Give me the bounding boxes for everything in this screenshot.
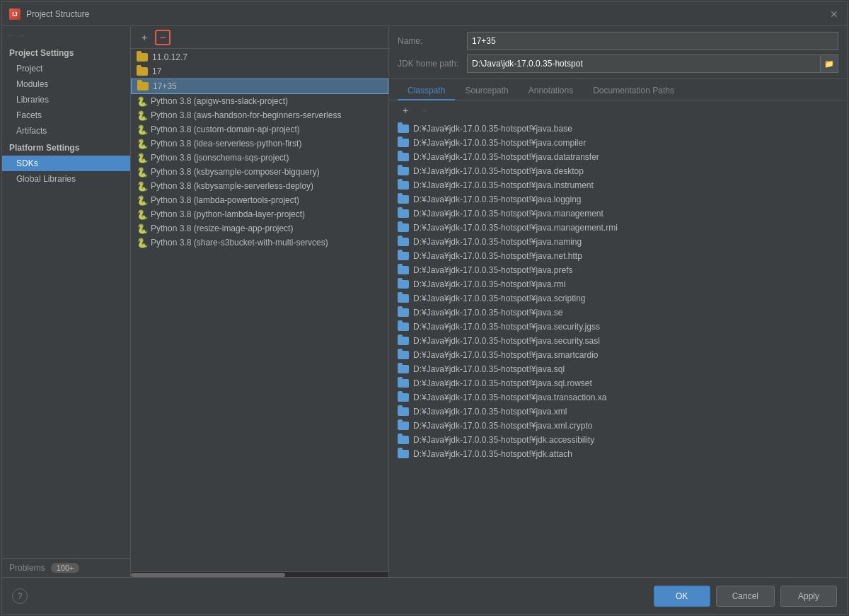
classpath-item-java-desktop[interactable]: D:¥Java¥jdk-17.0.0.35-hotspot!¥java.desk… — [389, 164, 847, 178]
name-input[interactable] — [467, 32, 838, 50]
sdk-item-python-ksby2[interactable]: 🐍 Python 3.8 (ksbysample-serverless-depl… — [131, 179, 388, 193]
title-bar: IJ Project Structure ✕ — [2, 2, 847, 26]
python-icon: 🐍 — [137, 238, 146, 248]
python-icon: 🐍 — [137, 139, 146, 149]
sidebar-item-global-libraries[interactable]: Global Libraries — [2, 171, 130, 187]
classpath-text: D:¥Java¥jdk-17.0.0.35-hotspot!¥java.pref… — [413, 265, 572, 275]
classpath-folder-icon — [398, 351, 409, 359]
classpath-item-java-transaction-xa[interactable]: D:¥Java¥jdk-17.0.0.35-hotspot!¥java.tran… — [389, 390, 847, 405]
classpath-item-java-smartcardio[interactable]: D:¥Java¥jdk-17.0.0.35-hotspot!¥java.smar… — [389, 348, 847, 362]
classpath-item-java-naming[interactable]: D:¥Java¥jdk-17.0.0.35-hotspot!¥java.nami… — [389, 235, 847, 249]
sdk-item-11[interactable]: 11.0.12.7 — [131, 50, 388, 64]
ok-button[interactable]: OK — [654, 586, 710, 607]
classpath-list: D:¥Java¥jdk-17.0.0.35-hotspot!¥java.base… — [389, 120, 847, 577]
apply-button[interactable]: Apply — [780, 586, 837, 607]
sdk-label: Python 3.8 (ksbysample-serverless-deploy… — [151, 181, 313, 191]
sdk-label: Python 3.8 (aws-handson-for-beginners-se… — [151, 110, 341, 120]
browse-button[interactable]: 📁 — [820, 54, 838, 73]
classpath-folder-icon — [398, 322, 409, 331]
classpath-item-java-xml[interactable]: D:¥Java¥jdk-17.0.0.35-hotspot!¥java.xml — [389, 405, 847, 419]
classpath-folder-icon — [398, 308, 409, 317]
classpath-text: D:¥Java¥jdk-17.0.0.35-hotspot!¥java.scri… — [413, 294, 585, 303]
classpath-item-java-management-rmi[interactable]: D:¥Java¥jdk-17.0.0.35-hotspot!¥java.mana… — [389, 221, 847, 235]
classpath-item-java-rmi[interactable]: D:¥Java¥jdk-17.0.0.35-hotspot!¥java.rmi — [389, 277, 847, 291]
sidebar-item-project[interactable]: Project — [2, 61, 130, 76]
sdk-item-python-aws[interactable]: 🐍 Python 3.8 (aws-handson-for-beginners-… — [131, 108, 388, 122]
folder-icon — [137, 82, 149, 91]
folder-icon — [137, 53, 148, 62]
sdk-item-17-35[interactable]: 17+35 — [131, 79, 388, 94]
sdk-item-python-idea[interactable]: 🐍 Python 3.8 (idea-serverless-python-fir… — [131, 136, 388, 151]
tab-classpath[interactable]: Classpath — [398, 82, 455, 100]
sdk-item-python-pyl[interactable]: 🐍 Python 3.8 (python-lambda-layer-projec… — [131, 207, 388, 221]
classpath-item-java-sql[interactable]: D:¥Java¥jdk-17.0.0.35-hotspot!¥java.sql — [389, 362, 847, 376]
add-classpath-button[interactable]: + — [398, 103, 413, 118]
sdk-item-python-json[interactable]: 🐍 Python 3.8 (jsonschema-sqs-project) — [131, 151, 388, 165]
forward-button[interactable]: → — [17, 30, 26, 40]
sdk-item-python-apigw[interactable]: 🐍 Python 3.8 (apigw-sns-slack-project) — [131, 94, 388, 108]
center-toolbar: + − — [131, 26, 388, 49]
classpath-item-java-base[interactable]: D:¥Java¥jdk-17.0.0.35-hotspot!¥java.base — [389, 122, 847, 136]
classpath-item-jdk-attach[interactable]: D:¥Java¥jdk-17.0.0.35-hotspot!¥jdk.attac… — [389, 447, 847, 461]
cancel-button[interactable]: Cancel — [716, 586, 775, 607]
classpath-text: D:¥Java¥jdk-17.0.0.35-hotspot!¥java.xml.… — [413, 421, 592, 431]
sidebar: ← → Project Settings Project Modules Lib… — [2, 26, 131, 577]
classpath-text: D:¥Java¥jdk-17.0.0.35-hotspot!¥java.net.… — [413, 251, 582, 261]
sdk-item-python-resize[interactable]: 🐍 Python 3.8 (resize-image-app-project) — [131, 221, 388, 236]
back-button[interactable]: ← — [6, 30, 16, 40]
classpath-item-java-instrument[interactable]: D:¥Java¥jdk-17.0.0.35-hotspot!¥java.inst… — [389, 178, 847, 192]
classpath-item-jdk-accessibility[interactable]: D:¥Java¥jdk-17.0.0.35-hotspot!¥jdk.acces… — [389, 433, 847, 447]
sdk-label: Python 3.8 (resize-image-app-project) — [151, 223, 293, 233]
classpath-item-java-scripting[interactable]: D:¥Java¥jdk-17.0.0.35-hotspot!¥java.scri… — [389, 291, 847, 306]
sdk-label: Python 3.8 (python-lambda-layer-project) — [151, 209, 305, 219]
sdk-item-python-custom[interactable]: 🐍 Python 3.8 (custom-domain-api-project) — [131, 122, 388, 136]
classpath-text: D:¥Java¥jdk-17.0.0.35-hotspot!¥java.inst… — [413, 180, 594, 190]
python-icon: 🐍 — [137, 124, 146, 134]
classpath-text: D:¥Java¥jdk-17.0.0.35-hotspot!¥java.base — [413, 124, 572, 134]
classpath-folder-icon — [398, 209, 409, 218]
close-button[interactable]: ✕ — [828, 8, 840, 20]
tab-documentation-paths[interactable]: Documentation Paths — [583, 82, 684, 100]
remove-sdk-button[interactable]: − — [155, 30, 171, 45]
classpath-item-java-security-jgss[interactable]: D:¥Java¥jdk-17.0.0.35-hotspot!¥java.secu… — [389, 320, 847, 334]
sdk-item-python-ksby[interactable]: 🐍 Python 3.8 (ksbysample-composer-bigque… — [131, 165, 388, 179]
help-button[interactable]: ? — [12, 588, 28, 604]
python-icon: 🐍 — [137, 167, 146, 177]
jdk-path-input[interactable] — [467, 54, 820, 73]
sidebar-item-facets[interactable]: Facets — [2, 107, 130, 123]
sdk-label: 11.0.12.7 — [152, 52, 187, 62]
classpath-item-java-xml-crypto[interactable]: D:¥Java¥jdk-17.0.0.35-hotspot!¥java.xml.… — [389, 419, 847, 433]
classpath-text: D:¥Java¥jdk-17.0.0.35-hotspot!¥java.desk… — [413, 166, 584, 176]
tab-sourcepath[interactable]: Sourcepath — [455, 82, 518, 100]
horizontal-scrollbar[interactable] — [131, 571, 388, 577]
jdk-path-field-group: 📁 — [467, 54, 838, 73]
classpath-item-java-sql-rowset[interactable]: D:¥Java¥jdk-17.0.0.35-hotspot!¥java.sql.… — [389, 376, 847, 390]
sidebar-item-artifacts[interactable]: Artifacts — [2, 123, 130, 139]
classpath-item-java-management[interactable]: D:¥Java¥jdk-17.0.0.35-hotspot!¥java.mana… — [389, 207, 847, 221]
classpath-item-java-security-sasl[interactable]: D:¥Java¥jdk-17.0.0.35-hotspot!¥java.secu… — [389, 334, 847, 348]
sdk-item-python-share[interactable]: 🐍 Python 3.8 (share-s3bucket-with-multi-… — [131, 236, 388, 250]
remove-classpath-button[interactable]: − — [416, 103, 432, 118]
sidebar-item-libraries[interactable]: Libraries — [2, 92, 130, 107]
problems-row: Problems 100+ — [2, 558, 130, 577]
sidebar-item-modules[interactable]: Modules — [2, 76, 130, 92]
classpath-folder-icon — [398, 280, 409, 289]
classpath-item-java-se[interactable]: D:¥Java¥jdk-17.0.0.35-hotspot!¥java.se — [389, 306, 847, 320]
classpath-folder-icon — [398, 450, 409, 458]
classpath-item-java-compiler[interactable]: D:¥Java¥jdk-17.0.0.35-hotspot!¥java.comp… — [389, 136, 847, 150]
tab-annotations[interactable]: Annotations — [519, 82, 583, 100]
sdk-item-17[interactable]: 17 — [131, 64, 388, 79]
classpath-item-java-net-http[interactable]: D:¥Java¥jdk-17.0.0.35-hotspot!¥java.net.… — [389, 249, 847, 263]
classpath-item-java-datatransfer[interactable]: D:¥Java¥jdk-17.0.0.35-hotspot!¥java.data… — [389, 150, 847, 164]
python-icon: 🐍 — [137, 195, 146, 205]
sdk-item-python-lambda[interactable]: 🐍 Python 3.8 (lambda-powertools-project) — [131, 193, 388, 207]
classpath-folder-icon — [398, 294, 409, 303]
sdk-label: Python 3.8 (lambda-powertools-project) — [151, 195, 299, 205]
sidebar-item-sdks[interactable]: SDKs — [2, 156, 130, 171]
sdk-label: 17+35 — [153, 81, 177, 91]
classpath-folder-icon — [398, 124, 409, 133]
classpath-item-java-prefs[interactable]: D:¥Java¥jdk-17.0.0.35-hotspot!¥java.pref… — [389, 263, 847, 277]
classpath-item-java-logging[interactable]: D:¥Java¥jdk-17.0.0.35-hotspot!¥java.logg… — [389, 192, 847, 207]
add-sdk-button[interactable]: + — [137, 30, 152, 45]
jdk-label: JDK home path: — [398, 59, 461, 69]
